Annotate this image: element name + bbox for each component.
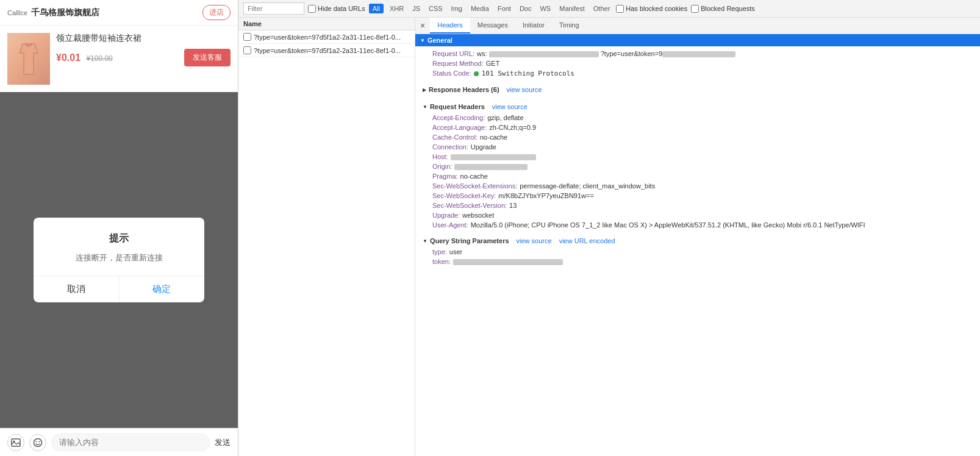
- request-method-val: GET: [486, 60, 500, 67]
- query-view-url-encoded-link[interactable]: view URL encoded: [559, 237, 615, 244]
- js-tab[interactable]: JS: [410, 4, 423, 13]
- font-tab[interactable]: Font: [495, 4, 513, 13]
- blocked-requests-text: Blocked Requests: [701, 5, 755, 12]
- modal-confirm-button[interactable]: 确定: [120, 276, 205, 302]
- accept-encoding-row: Accept-Encoding: gzip, deflate: [423, 113, 973, 123]
- general-section-title: General: [427, 37, 452, 44]
- sec-ws-key-val: m/K8bZJYbxYP7yeuZBN91w==: [498, 192, 594, 199]
- pragma-key: Pragma:: [432, 173, 458, 180]
- sec-ws-version-key: Sec-WebSocket-Version:: [432, 202, 507, 209]
- product-info: 领立裁腰带短袖连衣裙 ¥0.01 ¥100.00 发送客服: [56, 33, 231, 66]
- status-indicator: [474, 71, 479, 76]
- accept-encoding-val: gzip, deflate: [487, 114, 523, 121]
- name-list: Name ?type=user&token=97d5f1a2-2a31-11ec…: [238, 18, 415, 456]
- modal-overlay: 提示 连接断开，是否重新连接 取消 确定: [0, 92, 238, 428]
- hide-data-urls-text: Hide data URLs: [318, 5, 365, 12]
- devtools-body: Name ?type=user&token=97d5f1a2-2a31-11ec…: [238, 18, 980, 456]
- app-brand: Calllce: [7, 9, 27, 16]
- origin-val: [454, 163, 528, 170]
- name-list-item-checkbox-1[interactable]: [243, 33, 251, 41]
- sec-ws-extensions-key: Sec-WebSocket-Extensions:: [432, 182, 517, 190]
- modal-box: 提示 连接断开，是否重新连接 取消 确定: [34, 218, 204, 302]
- response-headers-header[interactable]: ▶ Response Headers (6) view source: [423, 84, 973, 96]
- query-type-val: user: [449, 248, 462, 255]
- tab-timing[interactable]: Timing: [552, 18, 587, 34]
- image-icon[interactable]: [7, 434, 24, 451]
- svg-rect-0: [12, 439, 20, 446]
- other-tab[interactable]: Other: [591, 4, 613, 13]
- name-list-item-text-2: ?type=user&token=97d5f1a2-2a31-11ec-8ef1…: [254, 47, 401, 54]
- app-header-left: Calllce 千鸟格服饰旗舰店: [7, 7, 99, 18]
- has-blocked-cookies-label[interactable]: Has blocked cookies: [616, 5, 687, 13]
- connection-key: Connection:: [432, 143, 468, 151]
- product-price-current: ¥0.01: [56, 52, 80, 63]
- app-footer: 发送: [0, 428, 238, 456]
- user-agent-row: User-Agent: Mozilla/5.0 (iPhone; CPU iPh…: [423, 220, 973, 230]
- ws-tab[interactable]: WS: [537, 4, 553, 13]
- sec-ws-version-val: 13: [509, 202, 517, 209]
- xhr-tab[interactable]: XHR: [387, 4, 406, 13]
- tab-headers[interactable]: Headers: [430, 18, 470, 34]
- request-headers-header[interactable]: ▼ Request Headers view source: [423, 101, 973, 113]
- query-view-source-link[interactable]: view source: [517, 237, 552, 244]
- manifest-tab[interactable]: Manifest: [557, 4, 587, 13]
- img-tab[interactable]: Img: [449, 4, 465, 13]
- emoji-icon[interactable]: [29, 434, 46, 451]
- svg-point-4: [39, 441, 40, 442]
- general-section-header[interactable]: ▼ General: [415, 34, 980, 46]
- svg-point-3: [36, 441, 37, 442]
- hide-data-urls-checkbox[interactable]: [308, 5, 316, 13]
- upgrade-key: Upgrade:: [432, 212, 460, 219]
- detail-close-button[interactable]: ×: [415, 18, 430, 33]
- modal-cancel-button[interactable]: 取消: [34, 276, 120, 302]
- media-tab[interactable]: Media: [468, 4, 492, 13]
- filter-input[interactable]: [243, 2, 304, 15]
- has-blocked-cookies-text: Has blocked cookies: [626, 5, 687, 12]
- name-list-item[interactable]: ?type=user&token=97d5f1a2-2a31-11ec-8ef1…: [238, 30, 415, 44]
- price-group: ¥0.01 ¥100.00: [56, 52, 113, 63]
- app-header: Calllce 千鸟格服饰旗舰店 进店: [0, 0, 238, 26]
- tab-messages[interactable]: Messages: [470, 18, 515, 34]
- all-filter-button[interactable]: All: [369, 4, 384, 13]
- general-section: ▼ General Request URL: ws: ?type=user&to…: [423, 34, 973, 79]
- connection-row: Connection: Upgrade: [423, 142, 973, 152]
- sec-ws-key-key: Sec-WebSocket-Key:: [432, 192, 496, 199]
- css-tab[interactable]: CSS: [426, 4, 445, 13]
- blocked-requests-label[interactable]: Blocked Requests: [691, 5, 755, 13]
- send-button[interactable]: 发送: [215, 437, 231, 448]
- devtools-toolbar: Hide data URLs All XHR JS CSS Img Media …: [238, 0, 980, 18]
- response-triangle: ▶: [423, 87, 426, 93]
- name-list-item-2[interactable]: ?type=user&token=97d5f1a2-2a31-11ec-8ef1…: [238, 44, 415, 57]
- query-string-triangle: ▼: [423, 238, 427, 244]
- response-view-source-link[interactable]: view source: [507, 86, 542, 93]
- pragma-val: no-cache: [460, 173, 488, 180]
- detail-tabs-row: × Headers Messages Initiator Timing: [415, 18, 980, 34]
- query-token-val: [453, 258, 563, 265]
- tab-initiator[interactable]: Initiator: [515, 18, 552, 34]
- request-url-val: ws: ?type=user&token=9: [477, 50, 735, 57]
- modal-title: 提示: [46, 232, 192, 245]
- message-input[interactable]: [51, 433, 210, 451]
- product-image: [7, 33, 50, 85]
- hide-data-urls-label[interactable]: Hide data URLs: [308, 5, 365, 13]
- app-store-name: 千鸟格服饰旗舰店: [31, 7, 99, 18]
- has-blocked-cookies-checkbox[interactable]: [616, 5, 624, 13]
- sec-ws-extensions-val: permessage-deflate; client_max_window_bi…: [520, 182, 655, 190]
- doc-tab[interactable]: Doc: [517, 4, 534, 13]
- pragma-row: Pragma: no-cache: [423, 171, 973, 181]
- blocked-requests-checkbox[interactable]: [691, 5, 699, 13]
- host-row: Host:: [423, 152, 973, 162]
- app-enter-button[interactable]: 进店: [202, 5, 231, 20]
- product-image-svg: [16, 41, 41, 77]
- sec-ws-extensions-row: Sec-WebSocket-Extensions: permessage-def…: [423, 181, 973, 191]
- request-url-redacted: [489, 51, 599, 57]
- name-list-item-checkbox-2[interactable]: [243, 46, 251, 54]
- product-contact-button[interactable]: 发送客服: [184, 49, 231, 66]
- request-view-source-link[interactable]: view source: [492, 103, 528, 110]
- request-method-row: Request Method: GET: [423, 59, 973, 68]
- host-key: Host:: [432, 153, 448, 160]
- mobile-app-panel: Calllce 千鸟格服饰旗舰店 进店 领立裁腰带短袖连衣裙 ¥0.01 ¥10…: [0, 0, 238, 456]
- query-string-header[interactable]: ▼ Query String Parameters view source vi…: [423, 235, 973, 247]
- product-price-original: ¥100.00: [86, 54, 112, 63]
- sec-ws-version-row: Sec-WebSocket-Version: 13: [423, 201, 973, 210]
